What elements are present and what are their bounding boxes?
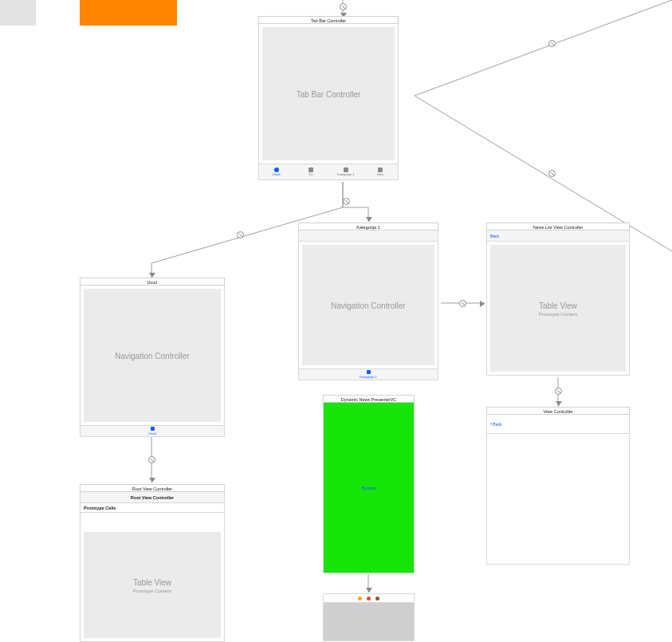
color-swatch-gray: [0, 0, 36, 26]
bottom-label: Kategorija 1: [360, 375, 376, 379]
tab-kategorija-1[interactable]: Kategorija 1: [328, 164, 364, 179]
prototype-cells-label: Prototype Cells: [81, 503, 224, 513]
scene-body: Table View Prototype Content: [486, 242, 630, 376]
segue-marker-icon: [459, 300, 466, 307]
scene-body: Tab Bar Controller: [258, 24, 399, 164]
scene-nav-kategorija[interactable]: Kategorija 1 Navigation Controller Kateg…: [298, 223, 438, 380]
scene-title: Root View Controller: [80, 484, 225, 492]
arrow-down-icon: [366, 588, 372, 593]
scene-title: Dynamic News PresenterVC: [323, 395, 415, 403]
scene-body-label: Navigation Controller: [299, 301, 438, 309]
tab-label: Uvod: [273, 172, 280, 176]
scene-title: News List View Controller: [486, 223, 630, 230]
scene-body: Prototype Cells Table View Prototype Con…: [80, 503, 225, 642]
scene-body: [323, 603, 415, 641]
table-view-label: Table View Prototype Content: [487, 301, 629, 316]
nav-title: Root View Controller: [84, 495, 221, 500]
scene-title: Uvod: [80, 278, 225, 286]
scene-title: Tab Bar Controller: [258, 16, 399, 24]
scene-bottom-bar: Kategorija 1: [298, 369, 438, 380]
dot-icon: [375, 597, 379, 601]
segue-marker-icon: [148, 456, 155, 463]
tab-bar: Uvod Tim Kategorija 1 Izbor: [258, 164, 399, 180]
arrow-down-icon: [366, 217, 372, 222]
tab-izbor[interactable]: Izbor: [364, 164, 399, 179]
tab-icon: [367, 370, 371, 374]
scene-news-list[interactable]: News List View Controller Back Table Vie…: [486, 223, 630, 376]
tab-label: Tim: [308, 172, 314, 176]
scene-dynamic-news[interactable]: Dynamic News PresenterVC Button: [323, 395, 415, 573]
scene-title: View Controller: [486, 407, 630, 415]
scene-bottom-strip[interactable]: [323, 593, 415, 641]
segue-marker-icon: [340, 3, 347, 10]
nav-bar: [298, 230, 438, 242]
scene-bottom-bar: Uvod: [80, 426, 225, 437]
scene-body: Navigation Controller: [298, 242, 438, 369]
table-view-label: Table View Prototype Content: [84, 577, 221, 593]
nav-bar: Back: [486, 230, 630, 242]
dot-icon: [367, 597, 371, 601]
tab-tim[interactable]: Tim: [294, 164, 329, 179]
scene-title: Kategorija 1: [298, 223, 438, 230]
segue-marker-icon: [555, 388, 562, 395]
dot-icon: [358, 597, 362, 601]
tab-label: Izbor: [377, 172, 384, 176]
dots-bar: [323, 593, 415, 603]
back-button[interactable]: Back: [490, 234, 499, 238]
scene-tab-bar-controller[interactable]: Tab Bar Controller Tab Bar Controller Uv…: [258, 16, 399, 180]
scene-body: Navigation Controller: [80, 286, 225, 426]
segue-marker-icon: [343, 198, 350, 205]
bottom-label: Uvod: [148, 431, 155, 435]
scene-body: [486, 434, 630, 565]
arrow-down-icon: [149, 478, 155, 482]
button[interactable]: Button: [324, 486, 414, 490]
svg-line-1: [415, 0, 672, 96]
scene-body-green: Button: [323, 403, 415, 573]
tab-label: Kategorija 1: [337, 172, 354, 176]
back-button[interactable]: ‹ Back: [490, 422, 501, 427]
scene-view-controller[interactable]: View Controller ‹ Back: [486, 407, 630, 565]
scene-root-vc[interactable]: Root View Controller Root View Controlle…: [80, 484, 225, 642]
nav-bar: Root View Controller: [80, 492, 225, 503]
tab-uvod[interactable]: Uvod: [259, 164, 294, 179]
nav-bar: ‹ Back: [486, 415, 630, 434]
chevron-left-icon: ‹: [490, 421, 492, 427]
back-label: Back: [493, 422, 501, 427]
segue-marker-icon: [548, 40, 556, 47]
tab-icon: [151, 427, 155, 431]
arrow-down-icon: [556, 401, 562, 406]
scene-body-label: Tab Bar Controller: [259, 89, 398, 98]
color-swatch-orange: [80, 0, 177, 26]
scene-nav-uvod[interactable]: Uvod Navigation Controller Uvod: [80, 278, 225, 437]
segue-marker-icon: [237, 231, 244, 238]
scene-body-label: Navigation Controller: [81, 351, 224, 360]
segue-marker-icon: [548, 170, 556, 177]
arrow-right-icon: [480, 301, 485, 307]
